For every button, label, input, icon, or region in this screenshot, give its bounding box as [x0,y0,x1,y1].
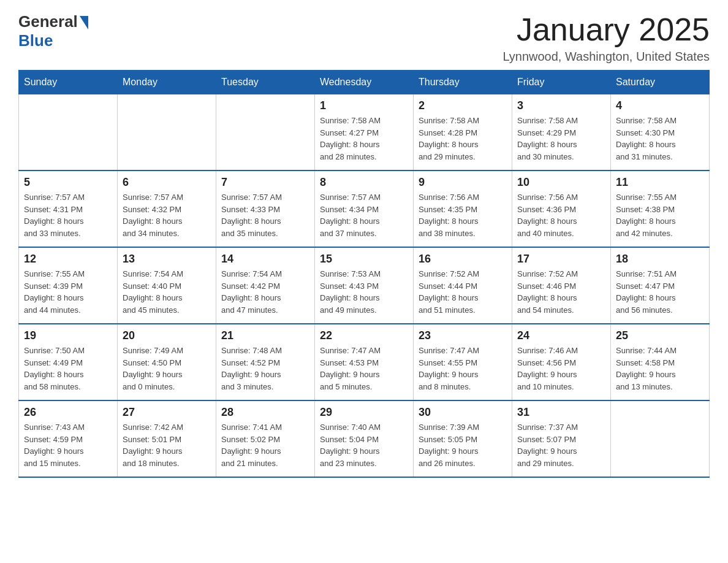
calendar-cell: 13Sunrise: 7:54 AM Sunset: 4:40 PM Dayli… [118,247,216,324]
day-info: Sunrise: 7:42 AM Sunset: 5:01 PM Dayligh… [123,421,211,469]
day-info: Sunrise: 7:57 AM Sunset: 4:31 PM Dayligh… [24,191,112,239]
calendar-header-wednesday: Wednesday [315,71,414,94]
day-number: 6 [123,176,211,189]
day-info: Sunrise: 7:58 AM Sunset: 4:30 PM Dayligh… [616,115,704,163]
day-number: 26 [24,406,112,419]
logo: General Blue [18,12,89,50]
calendar-cell: 27Sunrise: 7:42 AM Sunset: 5:01 PM Dayli… [118,400,216,477]
day-info: Sunrise: 7:52 AM Sunset: 4:46 PM Dayligh… [517,268,605,316]
day-number: 30 [419,406,507,419]
calendar-cell: 10Sunrise: 7:56 AM Sunset: 4:36 PM Dayli… [512,170,611,247]
day-number: 2 [419,99,507,112]
calendar-cell: 25Sunrise: 7:44 AM Sunset: 4:58 PM Dayli… [611,324,710,400]
calendar-cell: 2Sunrise: 7:58 AM Sunset: 4:28 PM Daylig… [414,94,512,171]
calendar-cell: 16Sunrise: 7:52 AM Sunset: 4:44 PM Dayli… [414,247,512,324]
day-number: 12 [24,253,112,266]
calendar-cell: 17Sunrise: 7:52 AM Sunset: 4:46 PM Dayli… [512,247,611,324]
day-info: Sunrise: 7:54 AM Sunset: 4:40 PM Dayligh… [123,268,211,316]
day-info: Sunrise: 7:58 AM Sunset: 4:29 PM Dayligh… [517,115,605,163]
day-number: 28 [221,406,309,419]
day-info: Sunrise: 7:49 AM Sunset: 4:50 PM Dayligh… [123,345,211,393]
location: Lynnwood, Washington, United States [502,50,710,64]
calendar-cell: 20Sunrise: 7:49 AM Sunset: 4:50 PM Dayli… [118,324,216,400]
day-number: 3 [517,99,605,112]
day-number: 5 [24,176,112,189]
logo-text-general: General [18,12,78,31]
day-number: 21 [221,329,309,342]
day-number: 15 [320,253,408,266]
day-info: Sunrise: 7:40 AM Sunset: 5:04 PM Dayligh… [320,421,408,469]
day-info: Sunrise: 7:57 AM Sunset: 4:32 PM Dayligh… [123,191,211,239]
day-info: Sunrise: 7:53 AM Sunset: 4:43 PM Dayligh… [320,268,408,316]
day-number: 7 [221,176,309,189]
day-info: Sunrise: 7:37 AM Sunset: 5:07 PM Dayligh… [517,421,605,469]
day-number: 20 [123,329,211,342]
calendar-week-row: 5Sunrise: 7:57 AM Sunset: 4:31 PM Daylig… [19,170,710,247]
calendar-week-row: 1Sunrise: 7:58 AM Sunset: 4:27 PM Daylig… [19,94,710,171]
day-info: Sunrise: 7:56 AM Sunset: 4:35 PM Dayligh… [419,191,507,239]
calendar-cell: 30Sunrise: 7:39 AM Sunset: 5:05 PM Dayli… [414,400,512,477]
calendar-cell: 21Sunrise: 7:48 AM Sunset: 4:52 PM Dayli… [216,324,315,400]
month-title: January 2025 [502,12,710,47]
logo-triangle-icon [80,16,88,29]
calendar-cell [19,94,118,171]
calendar-cell: 14Sunrise: 7:54 AM Sunset: 4:42 PM Dayli… [216,247,315,324]
calendar-cell: 6Sunrise: 7:57 AM Sunset: 4:32 PM Daylig… [118,170,216,247]
logo-text-blue: Blue [18,31,53,50]
calendar-cell: 3Sunrise: 7:58 AM Sunset: 4:29 PM Daylig… [512,94,611,171]
calendar-cell: 26Sunrise: 7:43 AM Sunset: 4:59 PM Dayli… [19,400,118,477]
calendar-header-monday: Monday [118,71,216,94]
calendar-cell: 5Sunrise: 7:57 AM Sunset: 4:31 PM Daylig… [19,170,118,247]
calendar-header-saturday: Saturday [611,71,710,94]
day-info: Sunrise: 7:48 AM Sunset: 4:52 PM Dayligh… [221,345,309,393]
day-number: 8 [320,176,408,189]
day-number: 19 [24,329,112,342]
day-number: 31 [517,406,605,419]
day-number: 29 [320,406,408,419]
day-info: Sunrise: 7:58 AM Sunset: 4:28 PM Dayligh… [419,115,507,163]
calendar-header-thursday: Thursday [414,71,512,94]
day-info: Sunrise: 7:47 AM Sunset: 4:53 PM Dayligh… [320,345,408,393]
day-number: 24 [517,329,605,342]
calendar-cell: 19Sunrise: 7:50 AM Sunset: 4:49 PM Dayli… [19,324,118,400]
calendar-cell: 4Sunrise: 7:58 AM Sunset: 4:30 PM Daylig… [611,94,710,171]
day-info: Sunrise: 7:54 AM Sunset: 4:42 PM Dayligh… [221,268,309,316]
day-info: Sunrise: 7:56 AM Sunset: 4:36 PM Dayligh… [517,191,605,239]
calendar-table: SundayMondayTuesdayWednesdayThursdayFrid… [18,70,710,478]
calendar-cell: 9Sunrise: 7:56 AM Sunset: 4:35 PM Daylig… [414,170,512,247]
calendar-cell: 28Sunrise: 7:41 AM Sunset: 5:02 PM Dayli… [216,400,315,477]
day-number: 16 [419,253,507,266]
day-info: Sunrise: 7:46 AM Sunset: 4:56 PM Dayligh… [517,345,605,393]
day-number: 1 [320,99,408,112]
calendar-cell: 23Sunrise: 7:47 AM Sunset: 4:55 PM Dayli… [414,324,512,400]
calendar-cell: 12Sunrise: 7:55 AM Sunset: 4:39 PM Dayli… [19,247,118,324]
calendar-cell: 1Sunrise: 7:58 AM Sunset: 4:27 PM Daylig… [315,94,414,171]
day-info: Sunrise: 7:39 AM Sunset: 5:05 PM Dayligh… [419,421,507,469]
calendar-cell: 11Sunrise: 7:55 AM Sunset: 4:38 PM Dayli… [611,170,710,247]
day-number: 18 [616,253,704,266]
day-number: 14 [221,253,309,266]
calendar-cell: 29Sunrise: 7:40 AM Sunset: 5:04 PM Dayli… [315,400,414,477]
calendar-cell: 24Sunrise: 7:46 AM Sunset: 4:56 PM Dayli… [512,324,611,400]
day-info: Sunrise: 7:58 AM Sunset: 4:27 PM Dayligh… [320,115,408,163]
day-info: Sunrise: 7:57 AM Sunset: 4:34 PM Dayligh… [320,191,408,239]
day-number: 27 [123,406,211,419]
day-info: Sunrise: 7:55 AM Sunset: 4:38 PM Dayligh… [616,191,704,239]
calendar-cell: 7Sunrise: 7:57 AM Sunset: 4:33 PM Daylig… [216,170,315,247]
day-number: 10 [517,176,605,189]
calendar-header-row: SundayMondayTuesdayWednesdayThursdayFrid… [19,71,710,94]
day-info: Sunrise: 7:51 AM Sunset: 4:47 PM Dayligh… [616,268,704,316]
day-info: Sunrise: 7:41 AM Sunset: 5:02 PM Dayligh… [221,421,309,469]
day-number: 22 [320,329,408,342]
calendar-header-friday: Friday [512,71,611,94]
day-info: Sunrise: 7:44 AM Sunset: 4:58 PM Dayligh… [616,345,704,393]
calendar-header-sunday: Sunday [19,71,118,94]
day-number: 11 [616,176,704,189]
calendar-cell: 31Sunrise: 7:37 AM Sunset: 5:07 PM Dayli… [512,400,611,477]
day-number: 25 [616,329,704,342]
day-number: 9 [419,176,507,189]
day-number: 13 [123,253,211,266]
day-info: Sunrise: 7:52 AM Sunset: 4:44 PM Dayligh… [419,268,507,316]
calendar-cell [611,400,710,477]
calendar-week-row: 26Sunrise: 7:43 AM Sunset: 4:59 PM Dayli… [19,400,710,477]
